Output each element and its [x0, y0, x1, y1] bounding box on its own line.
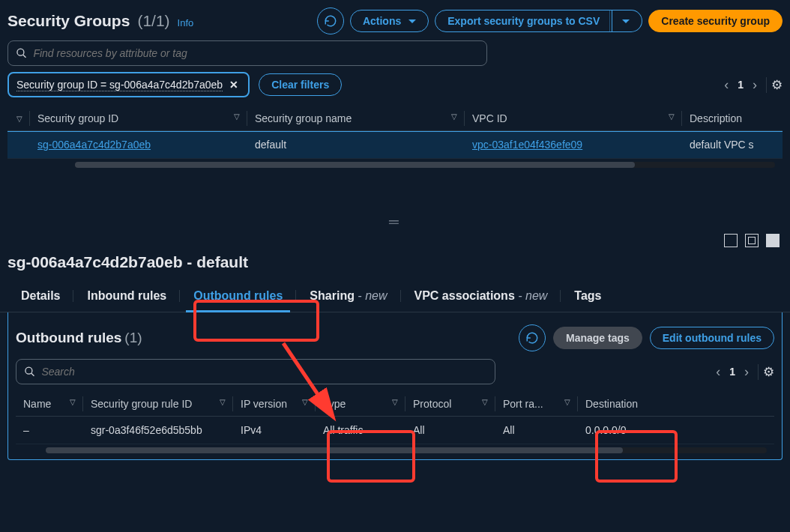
page-number: 1	[738, 79, 744, 91]
vpc-id-link[interactable]: vpc-03af1e04f436efe09	[472, 139, 582, 151]
col-ip-version[interactable]: IP version▽	[233, 392, 316, 417]
search-icon	[24, 366, 35, 378]
col-destination[interactable]: Destination	[578, 392, 774, 417]
create-security-group-button[interactable]: Create security group	[648, 10, 783, 32]
info-link[interactable]: Info	[178, 17, 194, 28]
svg-line-1	[23, 55, 26, 58]
outbound-rules-count: (1)	[124, 330, 142, 345]
prev-page-icon[interactable]: ‹	[724, 77, 729, 93]
clear-filters-button[interactable]: Clear filters	[259, 73, 342, 96]
col-sg-id[interactable]: Security group ID▽	[30, 106, 247, 131]
gear-icon[interactable]: ⚙	[758, 364, 774, 380]
table-row[interactable]: – sgr-0a3f46f52e6d5b5bb IPv4 All traffic…	[16, 417, 774, 444]
export-csv-dropdown[interactable]	[609, 10, 642, 32]
refresh-button[interactable]	[317, 7, 344, 34]
outbound-prev-page-icon[interactable]: ‹	[716, 364, 720, 380]
tab-outbound-rules[interactable]: Outbound rules	[180, 280, 296, 312]
tab-inbound-rules[interactable]: Inbound rules	[73, 280, 180, 312]
layout-icon-2[interactable]	[745, 234, 759, 247]
col-sg-name[interactable]: Security group name▽	[247, 106, 465, 131]
tab-tags[interactable]: Tags	[561, 280, 615, 312]
outbound-search-wrap[interactable]	[16, 359, 495, 384]
table-row[interactable]: sg-006a4a7c4d2b7a0eb default vpc-03af1e0…	[7, 131, 783, 159]
col-rule-id[interactable]: Security group rule ID▽	[83, 392, 233, 417]
layout-icon-1[interactable]	[724, 234, 738, 247]
search-input[interactable]	[33, 47, 479, 59]
tab-vpc-associations[interactable]: VPC associations - new	[401, 280, 561, 312]
refresh-icon	[324, 14, 337, 28]
outbound-rules-title: Outbound rules	[16, 330, 121, 345]
pane-resize-handle[interactable]: ═	[0, 213, 790, 231]
search-input-wrap[interactable]	[7, 40, 487, 66]
refresh-icon	[525, 331, 539, 345]
edit-outbound-rules-button[interactable]: Edit outbound rules	[650, 327, 774, 349]
tab-details[interactable]: Details	[7, 280, 73, 312]
search-icon	[16, 47, 27, 59]
rule-ipver-cell: IPv4	[233, 417, 316, 444]
outbound-next-page-icon[interactable]: ›	[744, 364, 749, 380]
filter-tag-text: Security group ID = sg-006a4a7c4d2b7a0eb	[16, 79, 223, 91]
horizontal-scrollbar[interactable]	[75, 162, 775, 168]
svg-line-3	[31, 373, 34, 376]
filter-tag[interactable]: Security group ID = sg-006a4a7c4d2b7a0eb…	[7, 72, 250, 97]
actions-dropdown[interactable]: Actions	[350, 10, 429, 32]
rule-dest-cell: 0.0.0.0/0	[578, 417, 774, 444]
sg-id-link[interactable]: sg-006a4a7c4d2b7a0eb	[37, 139, 151, 151]
rule-id-cell: sgr-0a3f46f52e6d5b5bb	[83, 417, 233, 444]
rule-port-cell: All	[495, 417, 578, 444]
rule-name-cell: –	[16, 417, 83, 444]
svg-point-0	[17, 49, 24, 55]
tab-sharing[interactable]: Sharing - new	[296, 280, 400, 312]
layout-icon-3[interactable]	[766, 234, 780, 247]
page-title: Security Groups	[7, 12, 130, 30]
svg-point-2	[25, 367, 32, 374]
sg-name-cell: default	[247, 131, 465, 159]
col-vpc-id[interactable]: VPC ID▽	[465, 106, 682, 131]
col-port-range[interactable]: Port ra...▽	[495, 392, 578, 417]
col-description[interactable]: Description	[682, 106, 783, 131]
outbound-search-input[interactable]	[41, 366, 487, 378]
close-icon[interactable]: ✕	[227, 78, 241, 91]
col-protocol[interactable]: Protocol▽	[405, 392, 495, 417]
gear-icon[interactable]: ⚙	[766, 77, 783, 93]
next-page-icon[interactable]: ›	[753, 77, 757, 93]
detail-title: sg-006a4a7c4d2b7a0eb - default	[0, 247, 790, 280]
export-csv-button[interactable]: Export security groups to CSV	[435, 10, 612, 32]
col-select[interactable]: ▽	[7, 106, 30, 131]
sg-desc-cell: default VPC s	[682, 131, 783, 159]
manage-tags-button[interactable]: Manage tags	[553, 327, 642, 349]
outbound-refresh-button[interactable]	[519, 324, 546, 351]
outbound-page-number: 1	[729, 366, 735, 378]
col-type[interactable]: Type▽	[316, 392, 405, 417]
horizontal-scrollbar[interactable]	[46, 447, 767, 453]
col-name[interactable]: Name▽	[16, 392, 83, 417]
rule-type-cell: All traffic	[316, 417, 405, 444]
page-title-count: (1/1)	[137, 12, 169, 30]
rule-protocol-cell: All	[405, 417, 495, 444]
